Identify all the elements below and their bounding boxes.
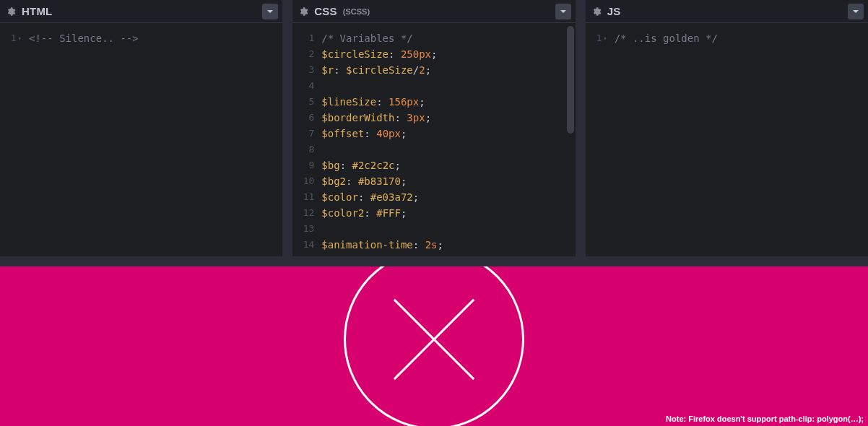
html-pane: HTML 1▾ <!-- Silence.. --> (0, 0, 282, 256)
js-pane-title: JS (607, 5, 621, 17)
css-pane: CSS (SCSS) 123456789101112131415 /* Vari… (292, 0, 575, 256)
js-gutter: 1▾ (586, 23, 613, 256)
css-code-area[interactable]: 123456789101112131415 /* Variables */ $c… (292, 23, 575, 256)
css-pane-subtitle: (SCSS) (343, 7, 370, 16)
css-pane-title: CSS (314, 5, 337, 17)
html-code[interactable]: <!-- Silence.. --> (27, 23, 282, 256)
preview-pane: Note: Firefox doesn't support path-clip:… (0, 266, 868, 426)
js-code-area[interactable]: 1▾ /* ..is golden */ (586, 23, 868, 256)
splitter[interactable] (0, 256, 868, 266)
js-pane-header: JS (586, 0, 868, 23)
css-pane-header: CSS (SCSS) (292, 0, 575, 23)
editor-panes: HTML 1▾ <!-- Silence.. --> CSS (SCSS) 12… (0, 0, 868, 256)
gear-icon[interactable] (298, 6, 308, 17)
js-pane: JS 1▾ /* ..is golden */ (586, 0, 868, 256)
js-code[interactable]: /* ..is golden */ (613, 23, 868, 256)
preview-circle (344, 266, 524, 426)
chevron-down-icon[interactable] (262, 4, 278, 19)
preview-note: Note: Firefox doesn't support path-clip:… (666, 414, 864, 423)
html-code-area[interactable]: 1▾ <!-- Silence.. --> (0, 23, 282, 256)
gear-icon[interactable] (591, 6, 602, 17)
html-pane-title: HTML (22, 5, 52, 17)
chevron-down-icon[interactable] (555, 4, 571, 19)
scrollbar[interactable] (567, 26, 574, 134)
css-gutter: 123456789101112131415 (292, 23, 320, 256)
html-pane-header: HTML (0, 0, 282, 23)
chevron-down-icon[interactable] (848, 4, 864, 19)
css-code[interactable]: /* Variables */ $circleSize: 250px; $r: … (320, 23, 575, 256)
gear-icon[interactable] (6, 6, 16, 17)
html-gutter: 1▾ (0, 23, 27, 256)
